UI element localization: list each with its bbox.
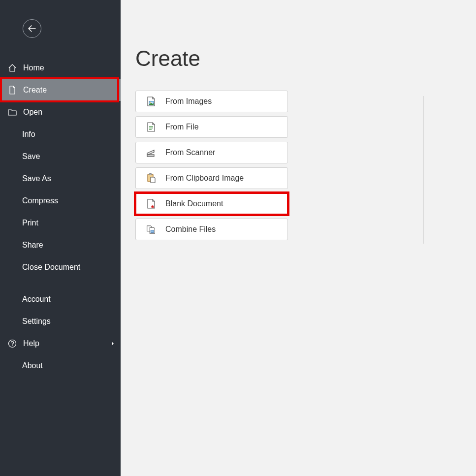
clipboard-icon xyxy=(146,173,157,184)
sidebar-item-compress[interactable]: Compress xyxy=(0,190,121,212)
option-blank-document[interactable]: Blank Document xyxy=(135,193,288,215)
combine-files-icon xyxy=(146,224,157,235)
sidebar-item-share[interactable]: Share xyxy=(0,234,121,256)
sidebar-item-label: Account xyxy=(22,295,51,304)
option-from-clipboard-image[interactable]: From Clipboard Image xyxy=(135,167,288,189)
sidebar-item-open[interactable]: Open xyxy=(0,101,121,123)
sidebar-item-label: Print xyxy=(22,219,38,227)
back-button-container xyxy=(0,0,121,57)
sidebar-item-label: Save xyxy=(22,152,40,161)
sidebar-item-create[interactable]: Create xyxy=(0,79,121,101)
sidebar-item-label: Save As xyxy=(22,174,51,183)
svg-point-3 xyxy=(150,102,151,103)
question-circle-icon xyxy=(7,339,17,348)
home-icon xyxy=(7,63,17,72)
sidebar-item-close-document[interactable]: Close Document xyxy=(0,256,121,278)
sidebar-nav: Home Create Open Info Save Save As Compr… xyxy=(0,57,121,377)
option-label: From Clipboard Image xyxy=(165,174,244,183)
option-combine-files[interactable]: Combine Files xyxy=(135,219,288,240)
sidebar-item-home[interactable]: Home xyxy=(0,57,121,79)
sidebar-item-label: Share xyxy=(22,241,43,250)
sidebar-item-save-as[interactable]: Save As xyxy=(0,167,121,190)
sidebar-item-label: Open xyxy=(23,108,42,117)
option-label: From File xyxy=(165,123,199,131)
create-options: From Images From File From Scanner xyxy=(135,91,288,240)
blank-document-icon xyxy=(146,198,157,209)
sidebar-item-account[interactable]: Account xyxy=(0,288,121,310)
option-label: From Scanner xyxy=(165,148,215,157)
option-label: From Images xyxy=(165,97,212,106)
svg-rect-9 xyxy=(149,174,152,175)
sidebar-item-save[interactable]: Save xyxy=(0,145,121,167)
option-from-file[interactable]: From File xyxy=(135,116,288,138)
sidebar-item-settings[interactable]: Settings xyxy=(0,310,121,332)
option-label: Combine Files xyxy=(165,225,216,234)
folder-icon xyxy=(7,108,17,116)
vertical-divider xyxy=(423,96,424,244)
sidebar-item-label: Close Document xyxy=(22,263,80,272)
sidebar-item-label: Settings xyxy=(22,317,51,326)
sidebar-item-info[interactable]: Info xyxy=(0,123,121,145)
back-button[interactable] xyxy=(23,19,41,38)
svg-point-1 xyxy=(12,345,13,346)
svg-rect-7 xyxy=(147,155,154,157)
sidebar-spacer xyxy=(0,278,121,288)
chevron-right-icon xyxy=(111,339,115,348)
svg-rect-14 xyxy=(151,230,154,233)
page-title: Create xyxy=(135,46,476,71)
sidebar-item-label: Compress xyxy=(22,196,58,205)
sidebar-item-label: About xyxy=(22,361,43,370)
sidebar-item-label: Help xyxy=(23,339,39,348)
document-icon xyxy=(7,86,17,95)
sidebar-item-label: Info xyxy=(22,130,35,139)
image-document-icon xyxy=(146,96,157,107)
file-menu-sidebar: Home Create Open Info Save Save As Compr… xyxy=(0,0,121,476)
scanner-icon xyxy=(146,147,157,158)
option-from-images[interactable]: From Images xyxy=(135,91,288,112)
arrow-left-icon xyxy=(28,25,36,32)
sidebar-item-about[interactable]: About xyxy=(0,354,121,377)
sidebar-item-print[interactable]: Print xyxy=(0,212,121,234)
file-document-icon xyxy=(146,122,157,132)
sidebar-item-label: Create xyxy=(23,86,47,95)
option-label: Blank Document xyxy=(165,199,223,208)
option-from-scanner[interactable]: From Scanner xyxy=(135,142,288,163)
sidebar-item-help[interactable]: Help xyxy=(0,332,121,354)
sidebar-item-label: Home xyxy=(23,63,44,72)
main-panel: Create From Images xyxy=(121,0,476,476)
